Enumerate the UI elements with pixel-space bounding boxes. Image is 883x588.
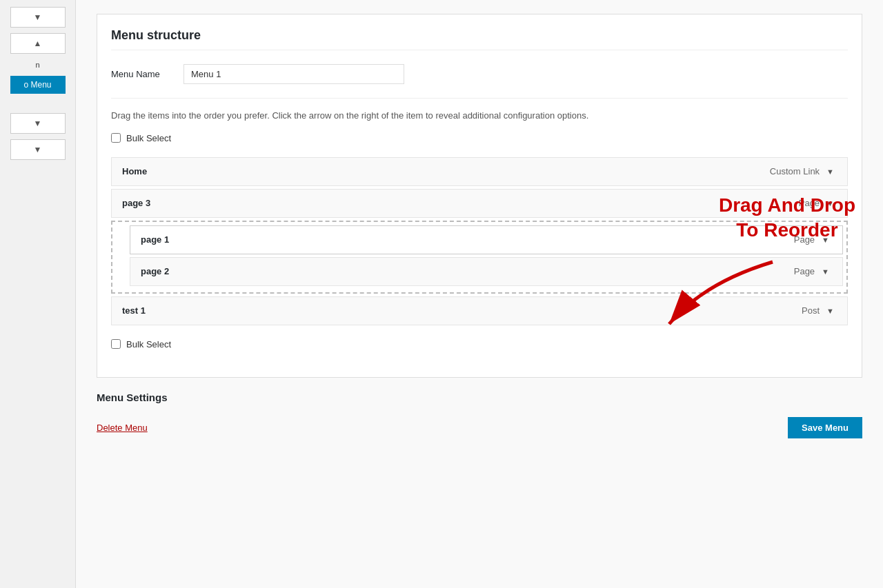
bulk-select-top-row: Bulk Select: [111, 133, 848, 143]
bulk-select-top-label: Bulk Select: [126, 133, 171, 143]
menu-name-row: Menu Name: [111, 64, 848, 84]
menu-item-home-right: Custom Link ▼: [770, 166, 837, 177]
bulk-select-top-checkbox[interactable]: [111, 133, 121, 143]
chevron-down-icon-2: ▼: [34, 119, 42, 128]
menu-item-page1-type: Page: [794, 234, 815, 245]
bulk-select-bottom-checkbox[interactable]: [111, 339, 121, 349]
menu-item-page1-expand[interactable]: ▼: [819, 234, 832, 245]
sidebar-arrow-down-1[interactable]: ▼: [10, 7, 66, 28]
sidebar-arrow-down-2[interactable]: ▼: [10, 113, 66, 134]
save-menu-button[interactable]: Save Menu: [788, 417, 862, 438]
menu-item-page3[interactable]: page 3 Page ▼: [111, 189, 848, 218]
menu-item-home[interactable]: Home Custom Link ▼: [111, 157, 848, 186]
menu-item-page3-type: Page: [799, 198, 820, 208]
menu-item-page1[interactable]: page 1 Page ▼: [130, 225, 843, 254]
main-content: Menu structure Menu Name Drag the items …: [76, 0, 883, 588]
menu-item-test1-right: Post ▼: [802, 305, 837, 316]
chevron-down-icon-3: ▼: [34, 145, 42, 154]
menu-item-page2[interactable]: page 2 Page ▼: [130, 257, 843, 286]
menu-item-page3-expand[interactable]: ▼: [824, 198, 837, 209]
menu-items-container: Home Custom Link ▼ page 3 Page ▼: [111, 157, 848, 325]
menu-settings-section: Menu Settings Delete Menu Save Menu: [97, 392, 862, 438]
menu-name-label: Menu Name: [111, 69, 173, 79]
menu-name-input[interactable]: [183, 64, 404, 84]
sidebar-n-label: n: [34, 59, 41, 70]
dragging-group: page 1 Page ▼ page 2 Page ▼: [111, 221, 848, 294]
section-title: Menu structure: [111, 28, 848, 50]
to-menu-button[interactable]: o Menu: [10, 76, 66, 94]
sidebar: ▼ ▲ n o Menu ▼ ▼: [0, 0, 76, 588]
menu-structure-section: Menu structure Menu Name Drag the items …: [97, 14, 862, 378]
sidebar-arrow-up[interactable]: ▲: [10, 33, 66, 54]
menu-footer: Delete Menu Save Menu: [97, 417, 862, 438]
chevron-up-icon: ▲: [34, 39, 42, 48]
menu-item-home-type: Custom Link: [770, 166, 820, 176]
sidebar-arrow-down-3[interactable]: ▼: [10, 139, 66, 160]
menu-item-test1-name: test 1: [122, 305, 146, 316]
menu-item-page1-right: Page ▼: [794, 234, 832, 245]
delete-menu-button[interactable]: Delete Menu: [97, 423, 148, 433]
bulk-select-bottom-label: Bulk Select: [126, 339, 171, 349]
menu-item-page2-right: Page ▼: [794, 266, 832, 277]
separator-1: [111, 98, 848, 99]
menu-item-page2-expand[interactable]: ▼: [819, 266, 832, 277]
menu-settings-title: Menu Settings: [97, 392, 862, 403]
menu-item-test1-expand[interactable]: ▼: [824, 305, 837, 316]
chevron-down-icon-1: ▼: [34, 12, 42, 22]
bulk-select-bottom-row: Bulk Select: [111, 339, 848, 349]
menu-item-home-expand[interactable]: ▼: [824, 166, 837, 177]
drag-instructions: Drag the items into the order you prefer…: [111, 109, 848, 123]
menu-item-test1-type: Post: [802, 305, 820, 316]
menu-item-home-name: Home: [122, 166, 147, 176]
menu-item-page1-name: page 1: [141, 234, 169, 245]
menu-item-test1[interactable]: test 1 Post ▼: [111, 296, 848, 325]
menu-item-page2-type: Page: [794, 266, 815, 276]
menu-item-page2-name: page 2: [141, 266, 169, 276]
menu-item-page3-right: Page ▼: [799, 198, 837, 209]
content-wrapper: Menu structure Menu Name Drag the items …: [76, 0, 883, 588]
menu-item-page3-name: page 3: [122, 198, 150, 208]
